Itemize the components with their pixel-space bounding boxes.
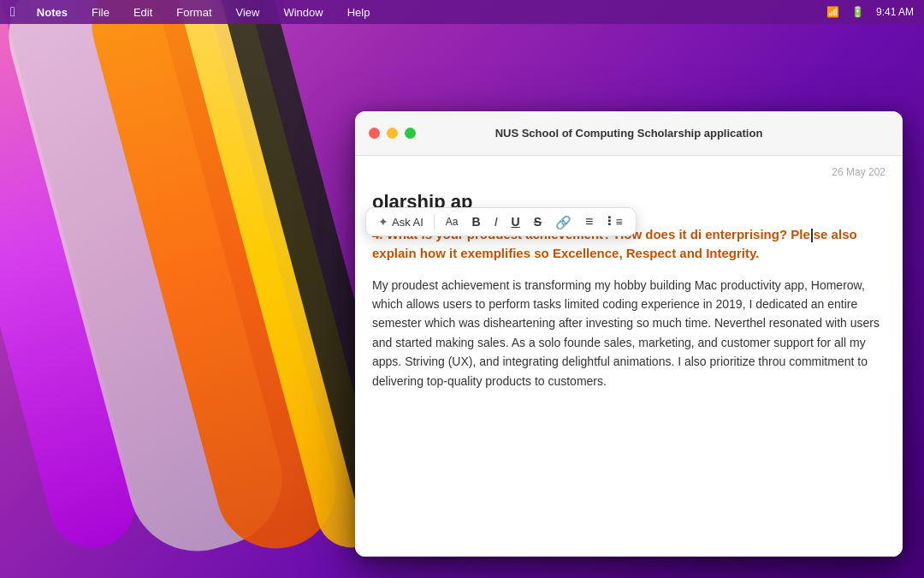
close-button[interactable] — [369, 128, 380, 139]
menubar-right-items: 📶 🔋 9:41 AM — [826, 6, 914, 18]
menu-help[interactable]: Help — [343, 4, 375, 21]
underline-button[interactable]: U — [507, 214, 524, 229]
maximize-button[interactable] — [405, 128, 416, 139]
ask-ai-button[interactable]: ✦ Ask AI — [375, 213, 427, 230]
format-toolbar: ✦ Ask AI Aa B I U S 🔗 ≡ ⠇≡ — [365, 207, 637, 236]
battery-icon: 🔋 — [851, 6, 864, 18]
note-date: 26 May 202 — [355, 156, 903, 182]
menu-file[interactable]: File — [87, 4, 114, 21]
minimize-button[interactable] — [387, 128, 398, 139]
menu-view[interactable]: View — [232, 4, 264, 21]
menu-window[interactable]: Window — [279, 4, 327, 21]
font-size-button[interactable]: Aa — [441, 215, 463, 229]
apple-menu-icon[interactable]:  — [10, 4, 15, 20]
window-content[interactable]: 26 May 202 olarship ap ✦ Ask AI Aa B I U… — [355, 156, 903, 557]
wifi-icon: 📶 — [826, 6, 839, 18]
link-button[interactable]: 🔗 — [551, 214, 576, 230]
window-title: NUS School of Computing Scholarship appl… — [495, 127, 763, 140]
menu-format[interactable]: Format — [172, 4, 216, 21]
window-titlebar: NUS School of Computing Scholarship appl… — [355, 111, 903, 156]
menu-edit[interactable]: Edit — [129, 4, 157, 21]
bold-button[interactable]: B — [468, 214, 485, 229]
ask-ai-icon: ✦ — [378, 215, 388, 229]
list-button[interactable]: ⠇≡ — [602, 214, 626, 229]
menubar:  Notes File Edit Format View Window Hel… — [0, 0, 924, 24]
menu-notes[interactable]: Notes — [33, 4, 72, 21]
window-controls — [369, 128, 416, 139]
italic-button[interactable]: I — [490, 214, 502, 229]
wallpaper-art — [0, 0, 376, 578]
ask-ai-label: Ask AI — [392, 216, 424, 229]
align-button[interactable]: ≡ — [581, 213, 597, 230]
toolbar-separator-1 — [434, 214, 435, 229]
note-body[interactable]: My proudest achievement is transforming … — [355, 267, 903, 399]
notes-window: NUS School of Computing Scholarship appl… — [355, 111, 903, 557]
note-body-text: My proudest achievement is transforming … — [372, 278, 880, 388]
strikethrough-button[interactable]: S — [530, 214, 546, 229]
clock: 9:41 AM — [876, 6, 914, 18]
